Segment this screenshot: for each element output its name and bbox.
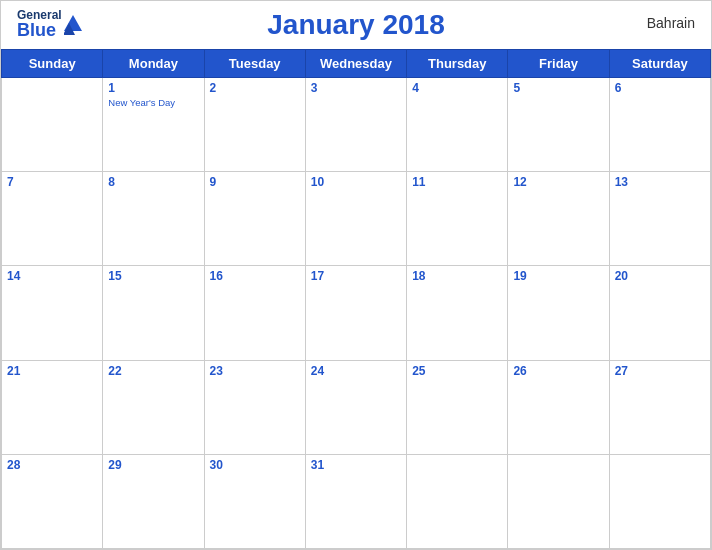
calendar-cell: 9	[204, 172, 305, 266]
calendar-cell: 22	[103, 360, 204, 454]
day-number: 3	[311, 81, 401, 95]
calendar-cell: 13	[609, 172, 710, 266]
day-number: 8	[108, 175, 198, 189]
calendar-cell: 26	[508, 360, 609, 454]
calendar-container: General Blue January 2018 Bahrain Sunday…	[0, 0, 712, 550]
day-number: 25	[412, 364, 502, 378]
calendar-cell: 2	[204, 78, 305, 172]
day-number: 10	[311, 175, 401, 189]
calendar-cell: 19	[508, 266, 609, 360]
day-number: 9	[210, 175, 300, 189]
month-title: January 2018	[267, 9, 444, 41]
calendar-header-row: SundayMondayTuesdayWednesdayThursdayFrid…	[2, 50, 711, 78]
day-number: 31	[311, 458, 401, 472]
calendar-cell: 3	[305, 78, 406, 172]
calendar-cell: 1New Year's Day	[103, 78, 204, 172]
calendar-cell	[609, 454, 710, 548]
calendar-cell: 8	[103, 172, 204, 266]
day-number: 1	[108, 81, 198, 95]
calendar-table: SundayMondayTuesdayWednesdayThursdayFrid…	[1, 49, 711, 549]
day-number: 20	[615, 269, 705, 283]
calendar-cell: 15	[103, 266, 204, 360]
day-number: 29	[108, 458, 198, 472]
logo-mountain-icon	[64, 13, 82, 35]
calendar-cell: 11	[407, 172, 508, 266]
calendar-cell: 25	[407, 360, 508, 454]
weekday-header-tuesday: Tuesday	[204, 50, 305, 78]
calendar-cell: 16	[204, 266, 305, 360]
day-number: 21	[7, 364, 97, 378]
day-number: 15	[108, 269, 198, 283]
day-number: 11	[412, 175, 502, 189]
calendar-week-4: 21222324252627	[2, 360, 711, 454]
day-number: 26	[513, 364, 603, 378]
calendar-header: General Blue January 2018 Bahrain	[1, 1, 711, 49]
calendar-cell: 10	[305, 172, 406, 266]
day-number: 19	[513, 269, 603, 283]
weekday-header-friday: Friday	[508, 50, 609, 78]
day-number: 23	[210, 364, 300, 378]
calendar-cell: 29	[103, 454, 204, 548]
calendar-week-3: 14151617181920	[2, 266, 711, 360]
day-number: 22	[108, 364, 198, 378]
day-number: 17	[311, 269, 401, 283]
calendar-cell: 31	[305, 454, 406, 548]
calendar-cell: 17	[305, 266, 406, 360]
calendar-week-5: 28293031	[2, 454, 711, 548]
calendar-cell	[2, 78, 103, 172]
calendar-cell: 5	[508, 78, 609, 172]
calendar-cell: 30	[204, 454, 305, 548]
day-number: 30	[210, 458, 300, 472]
calendar-cell: 18	[407, 266, 508, 360]
day-number: 14	[7, 269, 97, 283]
calendar-cell: 4	[407, 78, 508, 172]
weekday-header-sunday: Sunday	[2, 50, 103, 78]
day-number: 6	[615, 81, 705, 95]
calendar-cell: 27	[609, 360, 710, 454]
calendar-cell: 28	[2, 454, 103, 548]
weekday-header-thursday: Thursday	[407, 50, 508, 78]
day-number: 24	[311, 364, 401, 378]
day-number: 13	[615, 175, 705, 189]
calendar-week-1: 1New Year's Day23456	[2, 78, 711, 172]
calendar-cell: 20	[609, 266, 710, 360]
calendar-cell: 21	[2, 360, 103, 454]
day-number: 2	[210, 81, 300, 95]
calendar-cell: 24	[305, 360, 406, 454]
day-number: 18	[412, 269, 502, 283]
calendar-cell: 14	[2, 266, 103, 360]
weekday-header-monday: Monday	[103, 50, 204, 78]
calendar-body: 1New Year's Day2345678910111213141516171…	[2, 78, 711, 549]
calendar-cell: 23	[204, 360, 305, 454]
day-number: 5	[513, 81, 603, 95]
logo-blue: Blue	[17, 21, 62, 39]
logo: General Blue	[17, 9, 82, 39]
calendar-cell	[508, 454, 609, 548]
calendar-cell: 7	[2, 172, 103, 266]
day-number: 28	[7, 458, 97, 472]
weekday-header-saturday: Saturday	[609, 50, 710, 78]
day-number: 4	[412, 81, 502, 95]
calendar-cell	[407, 454, 508, 548]
day-number: 27	[615, 364, 705, 378]
calendar-cell: 6	[609, 78, 710, 172]
day-number: 7	[7, 175, 97, 189]
weekday-header-wednesday: Wednesday	[305, 50, 406, 78]
country-label: Bahrain	[647, 15, 695, 31]
day-number: 16	[210, 269, 300, 283]
day-number: 12	[513, 175, 603, 189]
calendar-week-2: 78910111213	[2, 172, 711, 266]
holiday-label: New Year's Day	[108, 97, 198, 108]
calendar-cell: 12	[508, 172, 609, 266]
